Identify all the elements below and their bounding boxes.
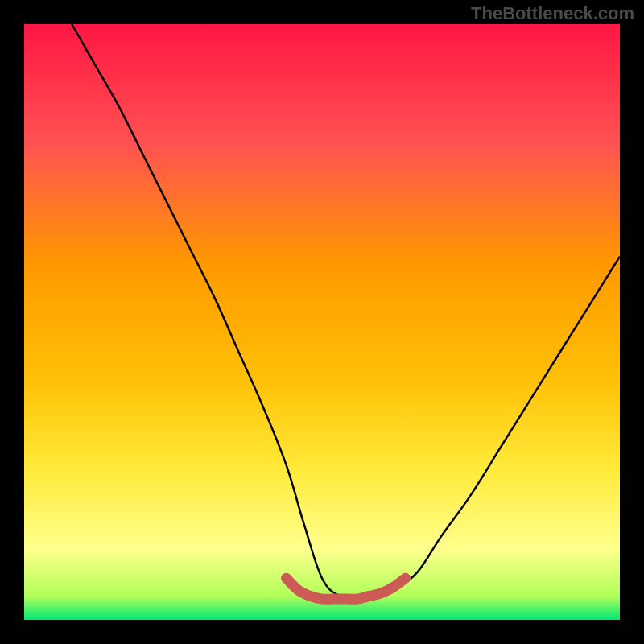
bottleneck-chart (0, 0, 644, 644)
gradient-background (24, 24, 620, 620)
watermark-text: TheBottleneck.com (471, 3, 634, 24)
chart-container: TheBottleneck.com (0, 0, 644, 644)
